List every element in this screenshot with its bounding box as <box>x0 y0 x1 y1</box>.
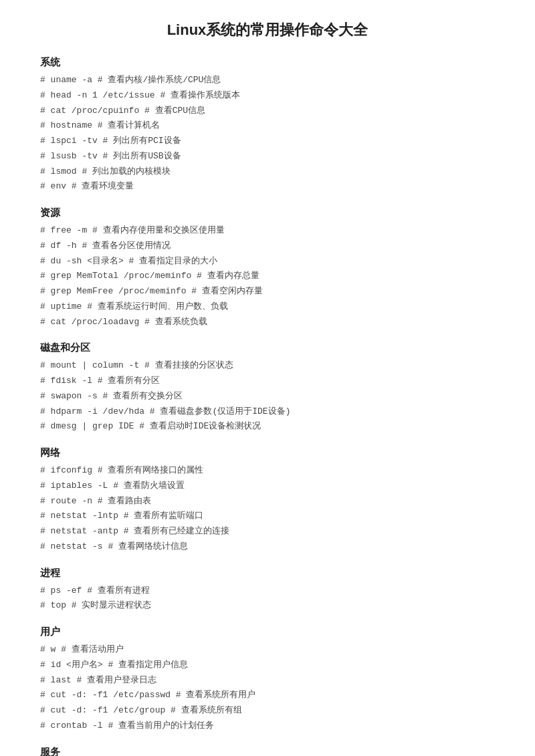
section-title-network: 网络 <box>40 447 495 459</box>
section-title-resources: 资源 <box>40 207 495 219</box>
command-line: # netstat -antp # 查看所有已经建立的连接 <box>40 524 495 539</box>
command-line: # cut -d: -f1 /etc/group # 查看系统所有组 <box>40 703 495 719</box>
command-line: # swapon -s # 查看所有交换分区 <box>40 389 495 404</box>
command-block-disk: # mount | column -t # 查看挂接的分区状态# fdisk -… <box>40 358 495 434</box>
command-line: # ps -ef # 查看所有进程 <box>40 584 495 599</box>
command-block-system: # uname -a # 查看内核/操作系统/CPU信息# head -n 1 … <box>40 73 495 195</box>
command-line: # crontab -l # 查看当前用户的计划任务 <box>40 719 495 734</box>
page-title: Linux系统的常用操作命令大全 <box>40 20 495 40</box>
command-line: # iptables -L # 查看防火墙设置 <box>40 479 495 494</box>
command-line: # df -h # 查看各分区使用情况 <box>40 239 495 254</box>
command-line: # hdparm -i /dev/hda # 查看磁盘参数(仅适用于IDE设备) <box>40 404 495 420</box>
command-line: # lsusb -tv # 列出所有USB设备 <box>40 149 495 164</box>
section-resources: 资源# free -m # 查看内存使用量和交换区使用量# df -h # 查看… <box>40 207 495 330</box>
command-line: # free -m # 查看内存使用量和交换区使用量 <box>40 223 495 239</box>
command-block-network: # ifconfig # 查看所有网络接口的属性# iptables -L # … <box>40 463 495 555</box>
section-network: 网络# ifconfig # 查看所有网络接口的属性# iptables -L … <box>40 447 495 555</box>
command-block-process: # ps -ef # 查看所有进程# top # 实时显示进程状态 <box>40 584 495 614</box>
command-line: # uptime # 查看系统运行时间、用户数、负载 <box>40 299 495 315</box>
command-line: # top # 实时显示进程状态 <box>40 598 495 614</box>
command-block-users: # w # 查看活动用户# id <用户名> # 查看指定用户信息# last … <box>40 642 495 734</box>
section-title-process: 进程 <box>40 567 495 580</box>
command-line: # cat /proc/loadavg # 查看系统负载 <box>40 315 495 330</box>
command-line: # last # 查看用户登录日志 <box>40 673 495 688</box>
section-disk: 磁盘和分区# mount | column -t # 查看挂接的分区状态# fd… <box>40 342 495 434</box>
command-line: # dmesg | grep IDE # 查看启动时IDE设备检测状况 <box>40 419 495 434</box>
command-line: # du -sh <目录名> # 查看指定目录的大小 <box>40 254 495 269</box>
command-line: # hostname # 查看计算机名 <box>40 118 495 134</box>
command-line: # grep MemFree /proc/meminfo # 查看空闲内存量 <box>40 284 495 299</box>
command-line: # cat /proc/cpuinfo # 查看CPU信息 <box>40 104 495 119</box>
command-line: # grep MemTotal /proc/meminfo # 查看内存总量 <box>40 269 495 284</box>
command-line: # cut -d: -f1 /etc/passwd # 查看系统所有用户 <box>40 688 495 703</box>
command-line: # w # 查看活动用户 <box>40 642 495 658</box>
command-line: # mount | column -t # 查看挂接的分区状态 <box>40 358 495 374</box>
section-title-services: 服务 <box>40 746 495 757</box>
section-title-system: 系统 <box>40 56 495 69</box>
command-line: # id <用户名> # 查看指定用户信息 <box>40 658 495 673</box>
section-system: 系统# uname -a # 查看内核/操作系统/CPU信息# head -n … <box>40 56 495 195</box>
section-services: 服务# chkconfig --list # 列出所有系统服务# chkconf… <box>40 746 495 757</box>
command-line: # uname -a # 查看内核/操作系统/CPU信息 <box>40 73 495 88</box>
command-line: # head -n 1 /etc/issue # 查看操作系统版本 <box>40 88 495 104</box>
section-users: 用户# w # 查看活动用户# id <用户名> # 查看指定用户信息# las… <box>40 626 495 734</box>
command-line: # netstat -lntp # 查看所有监听端口 <box>40 509 495 524</box>
command-block-resources: # free -m # 查看内存使用量和交换区使用量# df -h # 查看各分… <box>40 223 495 330</box>
section-title-disk: 磁盘和分区 <box>40 342 495 354</box>
command-line: # netstat -s # 查看网络统计信息 <box>40 539 495 555</box>
command-line: # ifconfig # 查看所有网络接口的属性 <box>40 463 495 479</box>
command-line: # lspci -tv # 列出所有PCI设备 <box>40 134 495 149</box>
command-line: # fdisk -l # 查看所有分区 <box>40 374 495 389</box>
command-line: # route -n # 查看路由表 <box>40 494 495 509</box>
command-line: # env # 查看环境变量 <box>40 179 495 195</box>
command-line: # lsmod # 列出加载的内核模块 <box>40 164 495 180</box>
section-title-users: 用户 <box>40 626 495 638</box>
section-process: 进程# ps -ef # 查看所有进程# top # 实时显示进程状态 <box>40 567 495 614</box>
